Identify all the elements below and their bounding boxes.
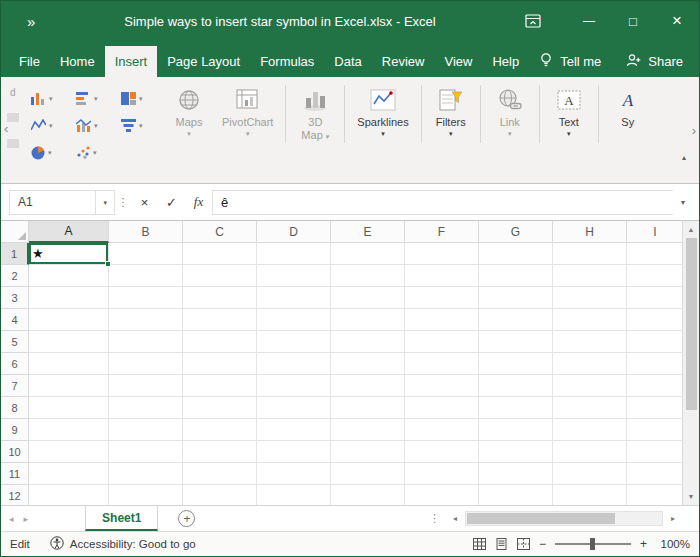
column-header-C[interactable]: C (183, 221, 257, 243)
horizontal-scrollbar-thumb[interactable] (467, 513, 615, 524)
cell-G1[interactable] (479, 243, 553, 265)
column-header-D[interactable]: D (257, 221, 331, 243)
insert-function-button[interactable]: fx (185, 190, 212, 215)
cell-D9[interactable] (257, 419, 331, 441)
zoom-slider-thumb[interactable] (590, 538, 595, 550)
name-box-dropdown-icon[interactable]: ▾ (95, 191, 114, 214)
cell-E6[interactable] (331, 353, 405, 375)
vertical-scrollbar[interactable]: ▲ ▼ (682, 221, 699, 505)
cell-B6[interactable] (109, 353, 183, 375)
cell-F9[interactable] (405, 419, 479, 441)
cell-H8[interactable] (553, 397, 627, 419)
cell-C9[interactable] (183, 419, 257, 441)
cell-C7[interactable] (183, 375, 257, 397)
pie-chart-button[interactable]: ▾ (27, 139, 72, 165)
page-break-preview-button[interactable] (517, 538, 530, 550)
cell-F10[interactable] (405, 441, 479, 463)
cell-F12[interactable] (405, 485, 479, 505)
row-header-11[interactable]: 11 (1, 463, 29, 485)
cell-D1[interactable] (257, 243, 331, 265)
cell-F8[interactable] (405, 397, 479, 419)
name-box[interactable]: A1 ▾ (9, 190, 115, 215)
cell-F5[interactable] (405, 331, 479, 353)
sheet-next-icon[interactable]: ▸ (19, 514, 34, 524)
cell-E9[interactable] (331, 419, 405, 441)
cell-C6[interactable] (183, 353, 257, 375)
cell-A2[interactable] (29, 265, 109, 287)
cell-H5[interactable] (553, 331, 627, 353)
tab-help[interactable]: Help (482, 46, 529, 77)
scroll-up-icon[interactable]: ▲ (683, 221, 699, 238)
cell-H7[interactable] (553, 375, 627, 397)
tab-data[interactable]: Data (324, 46, 371, 77)
formula-bar-expand-icon[interactable]: ▾ (673, 198, 693, 207)
cell-I12[interactable] (627, 485, 682, 505)
cell-G10[interactable] (479, 441, 553, 463)
maximize-button[interactable]: □ (611, 1, 655, 41)
column-chart-button[interactable]: ▾ (27, 85, 72, 112)
cell-A5[interactable] (29, 331, 109, 353)
cell-G3[interactable] (479, 287, 553, 309)
cell-B2[interactable] (109, 265, 183, 287)
share-button[interactable]: Share (626, 46, 683, 77)
cell-C8[interactable] (183, 397, 257, 419)
row-header-8[interactable]: 8 (1, 397, 29, 419)
formula-bar-drag-dots[interactable]: ⋮ (115, 196, 131, 209)
cell-E12[interactable] (331, 485, 405, 505)
new-sheet-button[interactable]: + (178, 510, 195, 527)
cell-C12[interactable] (183, 485, 257, 505)
cell-H11[interactable] (553, 463, 627, 485)
zoom-in-button[interactable]: + (640, 537, 647, 551)
cell-I8[interactable] (627, 397, 682, 419)
symbols-button[interactable]: A Sy (603, 81, 653, 129)
cell-I1[interactable] (627, 243, 682, 265)
vertical-scrollbar-thumb[interactable] (686, 238, 697, 410)
cell-E3[interactable] (331, 287, 405, 309)
cell-B1[interactable] (109, 243, 183, 265)
close-button[interactable]: × (655, 1, 699, 41)
cell-A4[interactable] (29, 309, 109, 331)
row-header-6[interactable]: 6 (1, 353, 29, 375)
cell-C10[interactable] (183, 441, 257, 463)
row-header-9[interactable]: 9 (1, 419, 29, 441)
cell-I4[interactable] (627, 309, 682, 331)
cell-G8[interactable] (479, 397, 553, 419)
tab-home[interactable]: Home (50, 46, 105, 77)
fill-handle[interactable] (105, 261, 111, 267)
column-header-I[interactable]: I (627, 221, 682, 243)
sheet-prev-icon[interactable]: ◂ (4, 514, 19, 524)
cell-H2[interactable] (553, 265, 627, 287)
cell-C5[interactable] (183, 331, 257, 353)
cell-E11[interactable] (331, 463, 405, 485)
cell-B8[interactable] (109, 397, 183, 419)
tab-insert[interactable]: Insert (105, 46, 158, 77)
hierarchy-chart-button[interactable]: ▾ (117, 85, 162, 112)
cell-B10[interactable] (109, 441, 183, 463)
row-header-12[interactable]: 12 (1, 485, 29, 505)
sparklines-button[interactable]: Sparklines ▾ (349, 81, 416, 138)
cell-A1[interactable]: ★ (29, 243, 109, 265)
accessibility-status[interactable]: Accessibility: Good to go (50, 536, 196, 552)
cell-A6[interactable] (29, 353, 109, 375)
link-button[interactable]: Link ▾ (485, 81, 535, 138)
cell-B5[interactable] (109, 331, 183, 353)
minimize-button[interactable]: — (567, 1, 611, 41)
pivotchart-button[interactable]: PivotChart ▾ (214, 81, 281, 138)
cell-I2[interactable] (627, 265, 682, 287)
tell-me-button[interactable]: Tell me (539, 46, 601, 77)
enter-button[interactable]: ✓ (158, 190, 185, 215)
cell-D3[interactable] (257, 287, 331, 309)
row-header-2[interactable]: 2 (1, 265, 29, 287)
cell-D10[interactable] (257, 441, 331, 463)
cell-C1[interactable] (183, 243, 257, 265)
cell-H4[interactable] (553, 309, 627, 331)
column-header-F[interactable]: F (405, 221, 479, 243)
cell-E2[interactable] (331, 265, 405, 287)
zoom-out-button[interactable]: − (539, 537, 546, 551)
column-header-A[interactable]: A (29, 221, 109, 243)
cell-G11[interactable] (479, 463, 553, 485)
cell-I7[interactable] (627, 375, 682, 397)
row-header-3[interactable]: 3 (1, 287, 29, 309)
zoom-slider[interactable] (555, 543, 631, 545)
sheet-tab-sheet1[interactable]: Sheet1 (85, 506, 158, 531)
